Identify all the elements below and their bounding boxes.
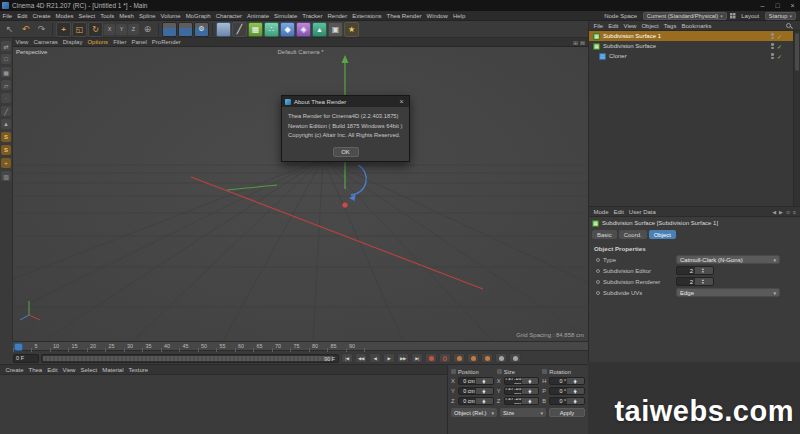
mat-menu-thea[interactable]: Thea — [26, 367, 45, 373]
render-engine-dropdown[interactable]: Current (Standard/Physical) — [643, 12, 727, 20]
attr-filter-icon[interactable] — [793, 209, 796, 215]
x-axis-lock-icon[interactable] — [104, 24, 115, 35]
stepper-icon[interactable] — [695, 267, 713, 274]
menu-extensions[interactable]: Extensions — [350, 13, 384, 19]
stepper-icon[interactable] — [567, 378, 584, 384]
mat-menu-select[interactable]: Select — [78, 367, 100, 373]
layout-preset-dropdown[interactable]: Startup — [765, 12, 796, 20]
render-picture-viewer-icon[interactable] — [178, 22, 193, 37]
y-axis-lock-icon[interactable] — [116, 24, 127, 35]
menu-create[interactable]: Create — [30, 13, 53, 19]
make-editable-icon[interactable] — [1, 41, 11, 51]
visibility-dots-icon[interactable] — [771, 43, 774, 49]
size-z-field[interactable]: 737.16 cm — [504, 397, 540, 405]
menu-spline[interactable]: Spline — [136, 13, 158, 19]
workplane-lock-icon[interactable] — [1, 171, 11, 181]
node-space-button[interactable]: Node Space — [602, 13, 640, 19]
object-row-subdivision-surface-1[interactable]: Subdivision Surface 1 — [589, 31, 794, 41]
vp-menu-options[interactable]: Options — [85, 39, 111, 45]
polygons-mode-icon[interactable] — [1, 119, 11, 129]
stepper-icon[interactable] — [522, 378, 538, 384]
history-back-icon[interactable] — [772, 209, 776, 215]
menu-simulate[interactable]: Simulate — [272, 13, 300, 19]
mat-menu-edit[interactable]: Edit — [45, 367, 60, 373]
move-tool-icon[interactable] — [56, 22, 71, 37]
render-view-icon[interactable] — [162, 22, 177, 37]
mat-menu-texture[interactable]: Texture — [126, 367, 151, 373]
search-icon[interactable] — [786, 23, 791, 28]
coordinate-mode-dropdown[interactable]: Object (Rel.) — [451, 408, 497, 417]
menu-tracker[interactable]: Tracker — [300, 13, 325, 19]
rotation-h-field[interactable]: 0 ° — [549, 377, 585, 385]
viewport-layout-icon[interactable] — [573, 39, 578, 46]
attr-menu-mode[interactable]: Mode — [591, 209, 611, 215]
menu-volume[interactable]: Volume — [158, 13, 183, 19]
next-frame-button[interactable]: ▶▶ — [397, 353, 409, 363]
tab-coord[interactable]: Coord. — [619, 230, 647, 239]
position-z-field[interactable]: 0 cm — [458, 397, 494, 405]
stepper-icon[interactable] — [476, 378, 493, 384]
keyframe-pla-icon[interactable] — [509, 353, 521, 363]
coordinate-system-icon[interactable] — [140, 22, 155, 37]
mat-menu-view[interactable]: View — [60, 367, 78, 373]
visibility-dots-icon[interactable] — [771, 33, 774, 39]
stepper-icon[interactable] — [522, 398, 538, 404]
object-name[interactable]: Subdivision Surface — [603, 43, 656, 49]
render-settings-icon[interactable] — [194, 22, 209, 37]
scale-tool-icon[interactable] — [72, 22, 87, 37]
mat-menu-material[interactable]: Material — [100, 367, 126, 373]
type-dropdown[interactable]: Catmull-Clark (N-Gons) — [676, 255, 780, 264]
add-cube-icon[interactable] — [216, 22, 231, 37]
stepper-icon[interactable] — [522, 388, 538, 394]
enable-snap-icon[interactable] — [1, 132, 11, 142]
texture-mode-icon[interactable] — [1, 67, 11, 77]
menu-select[interactable]: Select — [76, 13, 98, 19]
timeline-range-slider[interactable]: 90 F — [41, 354, 339, 363]
vp-menu-display[interactable]: Display — [60, 39, 85, 45]
play-button[interactable]: ▶ — [383, 353, 395, 363]
rotate-tool-icon[interactable] — [88, 22, 103, 37]
vp-menu-view[interactable]: View — [13, 39, 31, 45]
menu-window[interactable]: Window — [424, 13, 450, 19]
om-menu-bookmarks[interactable]: Bookmarks — [679, 23, 714, 29]
om-menu-object[interactable]: Object — [639, 23, 661, 29]
stepper-icon[interactable] — [695, 278, 713, 285]
menu-thea-render[interactable]: Thea Render — [384, 13, 424, 19]
object-name[interactable]: Cloner — [609, 53, 627, 59]
menu-mesh[interactable]: Mesh — [117, 13, 137, 19]
goto-end-button[interactable]: ▶| — [411, 353, 423, 363]
om-menu-file[interactable]: File — [591, 23, 606, 29]
size-mode-dropdown[interactable]: Size — [500, 408, 546, 417]
menu-render[interactable]: Render — [325, 13, 350, 19]
position-x-field[interactable]: 0 cm — [458, 377, 494, 385]
stepper-icon[interactable] — [567, 398, 584, 404]
attr-menu-edit[interactable]: Edit — [611, 209, 626, 215]
range-bar[interactable] — [43, 356, 333, 361]
edges-mode-icon[interactable] — [1, 106, 11, 116]
playhead[interactable] — [14, 343, 23, 351]
subdivision-editor-field[interactable]: 2 — [676, 266, 714, 275]
attr-lock-icon[interactable] — [786, 209, 790, 215]
vp-menu-prorender[interactable]: ProRender — [149, 39, 183, 45]
menu-help[interactable]: Help — [450, 13, 467, 19]
animation-dot-icon[interactable] — [596, 258, 600, 262]
environment-icon[interactable] — [312, 22, 327, 37]
points-mode-icon[interactable] — [1, 93, 11, 103]
stepper-icon[interactable] — [567, 388, 584, 394]
menu-tools[interactable]: Tools — [98, 13, 117, 19]
dialog-close-icon[interactable]: × — [397, 98, 406, 105]
position-y-field[interactable]: 0 cm — [458, 387, 494, 395]
stepper-icon[interactable] — [476, 398, 493, 404]
object-name[interactable]: Subdivision Surface 1 — [603, 33, 661, 39]
object-row-cloner[interactable]: Cloner — [589, 51, 794, 61]
enabled-check-icon[interactable] — [777, 43, 782, 50]
apply-button[interactable]: Apply — [549, 408, 585, 417]
vp-menu-filter[interactable]: Filter — [111, 39, 129, 45]
attr-menu-user-data[interactable]: User Data — [626, 209, 658, 215]
viewport-canvas[interactable]: Perspective Default Camera * Grid Spacin… — [13, 47, 588, 341]
close-button[interactable]: × — [785, 0, 800, 11]
vp-menu-panel[interactable]: Panel — [129, 39, 149, 45]
tab-basic[interactable]: Basic — [592, 230, 617, 239]
camera-icon[interactable] — [328, 22, 343, 37]
pen-tool-icon[interactable] — [232, 22, 247, 37]
